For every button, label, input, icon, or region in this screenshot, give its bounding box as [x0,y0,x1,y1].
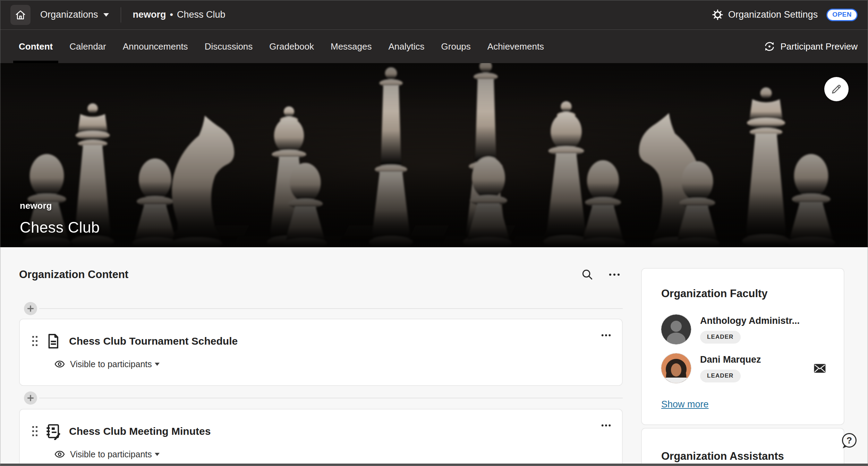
add-content-divider [19,391,623,405]
tab-messages[interactable]: Messages [322,30,380,63]
banner-text: neworg Chess Club [20,200,100,236]
assistants-heading: Organization Assistants [661,450,828,463]
divider-line [39,398,623,398]
visibility-eye-icon [54,359,65,369]
drag-handle-icon[interactable] [32,424,39,439]
participant-preview-icon [764,41,775,52]
gear-icon [712,9,723,20]
role-badge: LEADER [700,331,741,344]
tab-calendar[interactable]: Calendar [61,30,114,63]
chess-banner-image [0,63,868,247]
home-button[interactable] [10,5,31,25]
page-title: Chess Club [20,219,100,236]
member-name[interactable]: Dani Marquez [700,354,804,365]
sidebar: Organization Faculty An [641,247,844,466]
participant-preview-label: Participant Preview [780,41,858,52]
content-item-title[interactable]: Chess Club Meeting Minutes [69,425,601,437]
organization-settings-label: Organization Settings [728,9,818,20]
plus-icon [27,305,34,312]
help-button[interactable]: ? [840,432,858,450]
participant-preview-button[interactable]: Participant Preview [764,41,858,52]
page-body: Organization Content [0,247,868,466]
content-header: Organization Content [19,267,623,283]
course-banner: neworg Chess Club [0,63,868,247]
divider [121,7,121,23]
help-icon: ? [840,432,858,450]
content-item-row: Chess Club Tournament Schedule [29,333,612,350]
content-item-title[interactable]: Chess Club Tournament Schedule [69,335,601,347]
breadcrumb: neworg • Chess Club [133,9,225,20]
item-menu-button[interactable] [601,333,612,337]
ellipsis-icon [601,333,612,337]
edit-banner-button[interactable] [824,77,849,101]
member-info: Dani Marquez LEADER [700,353,804,382]
tab-groups[interactable]: Groups [433,30,479,63]
organizations-dropdown-label: Organizations [40,9,98,20]
chevron-down-icon [103,13,109,17]
visibility-dropdown[interactable]: Visible to participants [70,449,160,459]
breadcrumb-org-name: Chess Club [177,9,225,20]
content-menu-button[interactable] [606,266,623,283]
breadcrumb-separator: • [170,9,173,20]
course-nav-tabs: Content Calendar Announcements Discussio… [0,29,868,63]
visibility-row: Visible to participants [29,449,612,459]
member-name[interactable]: Anthology Administr... [700,316,828,326]
visibility-label: Visible to participants [70,359,152,369]
message-member-button[interactable] [813,363,826,374]
caret-down-icon [155,363,160,366]
member-info: Anthology Administr... LEADER [700,314,828,344]
avatar [661,314,691,344]
faculty-member-row: Dani Marquez LEADER [661,353,828,383]
organization-settings-button[interactable]: Organization Settings [712,9,818,20]
ellipsis-icon [608,272,621,277]
visibility-label: Visible to participants [70,449,152,459]
search-button[interactable] [579,266,596,283]
organizations-dropdown[interactable]: Organizations [40,9,109,20]
breadcrumb-org-code: neworg [133,9,166,20]
visibility-row: Visible to participants [29,359,612,369]
faculty-heading: Organization Faculty [661,287,828,300]
caret-down-icon [155,453,160,456]
add-content-button[interactable] [24,302,37,315]
search-icon [581,268,594,281]
svg-text:?: ? [846,435,852,446]
item-menu-button[interactable] [601,423,612,428]
journal-icon [45,423,62,440]
faculty-member-row: Anthology Administr... LEADER [661,314,828,344]
tab-content[interactable]: Content [10,30,61,63]
document-icon [45,333,62,350]
tab-gradebook[interactable]: Gradebook [261,30,322,63]
tab-analytics[interactable]: Analytics [380,30,433,63]
window-bottom-edge [0,464,868,466]
role-badge: LEADER [700,370,741,382]
tab-achievements[interactable]: Achievements [479,30,552,63]
drag-handle-icon[interactable] [32,334,39,348]
banner-org-code: neworg [20,200,100,211]
content-column: Organization Content [19,247,623,466]
content-item-meeting-minutes: Chess Club Meeting Minutes [19,409,623,466]
add-content-button[interactable] [24,391,37,405]
tab-announcements[interactable]: Announcements [114,30,196,63]
divider-line [39,308,623,309]
status-badge[interactable]: OPEN [826,9,858,21]
avatar [661,353,691,383]
tab-discussions[interactable]: Discussions [196,30,261,63]
envelope-icon [813,363,826,374]
top-bar: Organizations neworg • Chess Club [0,0,868,29]
visibility-eye-icon [54,449,65,459]
content-item-tournament-schedule: Chess Club Tournament Schedule [19,319,623,386]
organization-faculty-card: Organization Faculty An [641,268,844,425]
plus-icon [27,395,34,402]
content-header-actions [579,266,623,283]
home-icon [15,9,26,20]
organization-assistants-card: Organization Assistants [641,428,844,466]
content-heading: Organization Content [19,268,579,281]
ellipsis-icon [601,423,612,428]
visibility-dropdown[interactable]: Visible to participants [70,359,160,369]
add-content-divider [19,302,623,315]
content-item-row: Chess Club Meeting Minutes [29,423,612,440]
pencil-icon [830,83,843,95]
app-window: Organizations neworg • Chess Club [0,0,868,466]
topbar-right: Organization Settings OPEN [712,9,858,21]
show-more-link[interactable]: Show more [661,399,709,410]
